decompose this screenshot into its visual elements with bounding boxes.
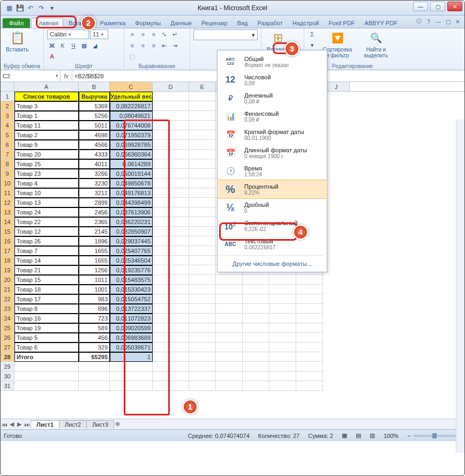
align-center-button[interactable]: ≡ — [138, 41, 148, 50]
indent-inc-button[interactable]: ⇥ — [170, 41, 180, 50]
cell[interactable]: 1896 — [79, 236, 110, 246]
tab-Главная[interactable]: Главная — [31, 18, 63, 28]
cell[interactable]: 5011 — [79, 121, 110, 130]
row-header[interactable]: 17 — [1, 246, 14, 256]
cell[interactable] — [189, 381, 216, 391]
cell[interactable] — [296, 371, 323, 381]
cell[interactable]: 0,066360364 — [110, 150, 153, 159]
new-sheet-button[interactable]: ✻ — [114, 421, 121, 428]
cell[interactable] — [153, 352, 189, 362]
cell[interactable]: 0,069928785 — [110, 140, 153, 150]
cell[interactable]: Товар 8 — [14, 304, 79, 314]
cell[interactable]: Товар 9 — [14, 140, 79, 150]
cell[interactable] — [153, 304, 189, 314]
cell[interactable]: 5256 — [79, 111, 110, 121]
sheet-tab-Лист3[interactable]: Лист3 — [86, 420, 114, 428]
cell[interactable]: 0,071950379 — [110, 130, 153, 140]
fill-button[interactable]: ▾ — [308, 40, 317, 50]
format-option-Текстовый[interactable]: ABCТекстовый0,082226817 — [218, 235, 327, 253]
cell[interactable] — [243, 294, 269, 304]
cell[interactable]: 1256 — [79, 265, 110, 275]
cell[interactable] — [189, 246, 216, 256]
cell[interactable] — [189, 323, 216, 333]
sheet-nav-next[interactable]: ▶ — [16, 421, 23, 428]
cell[interactable] — [296, 275, 323, 285]
cell[interactable] — [153, 275, 189, 285]
sheet-tab-Лист1[interactable]: Лист1 — [31, 420, 59, 428]
cell[interactable] — [296, 323, 323, 333]
row-header[interactable]: 3 — [1, 111, 14, 121]
format-option-Процентный[interactable]: %Процентный8,22% — [218, 180, 327, 198]
cell[interactable] — [243, 314, 269, 323]
cell[interactable]: 0,076744008 — [110, 121, 153, 130]
name-box[interactable]: C2▾ — [1, 70, 61, 81]
cell[interactable] — [296, 362, 323, 371]
cell[interactable]: 0,036220231 — [110, 217, 153, 227]
cell[interactable]: 3211 — [79, 188, 110, 198]
cell[interactable]: 0,08049621 — [110, 111, 153, 121]
cell[interactable]: 0,049176813 — [110, 188, 153, 198]
cell[interactable] — [14, 381, 79, 391]
number-format-combo[interactable]: ▾ — [193, 29, 258, 40]
cell[interactable]: 1655 — [79, 256, 110, 265]
cell[interactable] — [189, 227, 216, 236]
row-header[interactable]: 5 — [1, 130, 14, 140]
cell[interactable] — [269, 275, 296, 285]
row-header[interactable]: 11 — [1, 188, 14, 198]
cell[interactable]: 0,037613906 — [110, 207, 153, 217]
fx-icon[interactable]: fx — [61, 70, 72, 81]
align-bottom-button[interactable]: ≡ — [149, 29, 159, 39]
align-middle-button[interactable]: ≡ — [138, 29, 148, 39]
zoom-slider[interactable]: − + — [407, 433, 461, 439]
sheet-nav-last[interactable]: ⏭ — [23, 421, 31, 428]
cell[interactable] — [189, 256, 216, 265]
cell[interactable]: 0,015054752 — [110, 294, 153, 304]
cell[interactable] — [110, 371, 153, 381]
cell[interactable] — [189, 140, 216, 150]
undo-icon[interactable]: ↶ — [26, 4, 35, 12]
tab-Разметка[interactable]: Разметка — [96, 18, 130, 28]
cell[interactable]: 0,015330423 — [110, 285, 153, 294]
cell[interactable]: 0,009020599 — [110, 323, 153, 333]
cell[interactable] — [296, 343, 323, 352]
fill-color-button[interactable]: ◢ — [90, 41, 100, 50]
cell[interactable] — [153, 198, 189, 207]
view-normal-button[interactable]: ▦ — [342, 432, 347, 439]
cell[interactable] — [216, 343, 243, 352]
cell[interactable] — [79, 371, 110, 381]
cell[interactable] — [296, 352, 323, 362]
cell[interactable] — [189, 130, 216, 140]
cell[interactable] — [189, 285, 216, 294]
zoom-level[interactable]: 100% — [384, 433, 399, 439]
cell[interactable]: 3230 — [79, 178, 110, 188]
cell[interactable] — [189, 314, 216, 323]
cell[interactable]: 0,013722337 — [110, 304, 153, 314]
cell[interactable]: 2365 — [79, 217, 110, 227]
tab-Надстрой[interactable]: Надстрой — [288, 18, 323, 28]
cell[interactable] — [110, 362, 153, 371]
cell[interactable] — [153, 314, 189, 323]
cell[interactable]: 329 — [79, 343, 110, 352]
cell[interactable]: 4011 — [79, 159, 110, 169]
column-header-C[interactable]: C — [110, 82, 153, 91]
cell[interactable] — [153, 371, 189, 381]
cell[interactable] — [153, 323, 189, 333]
cell[interactable] — [14, 371, 79, 381]
cell[interactable]: Товар 14 — [14, 256, 79, 265]
cell[interactable] — [189, 198, 216, 207]
cell[interactable] — [269, 333, 296, 343]
column-header-D[interactable]: D — [153, 82, 189, 91]
row-header[interactable]: 23 — [1, 304, 14, 314]
format-option-Числовой[interactable]: 12Числовой0,08 — [218, 71, 327, 89]
cell[interactable] — [243, 362, 269, 371]
row-header[interactable]: 1 — [1, 92, 14, 101]
more-number-formats[interactable]: Другие числовые форматы... — [218, 258, 327, 270]
cell[interactable] — [153, 294, 189, 304]
cell[interactable] — [243, 371, 269, 381]
cell[interactable] — [216, 323, 243, 333]
paste-button[interactable]: 📋 Вставить — [4, 29, 31, 54]
cell[interactable] — [153, 227, 189, 236]
bold-button[interactable]: Ж — [47, 41, 57, 50]
cell[interactable]: 4698 — [79, 130, 110, 140]
font-size-combo[interactable]: 11▾ — [90, 29, 108, 39]
